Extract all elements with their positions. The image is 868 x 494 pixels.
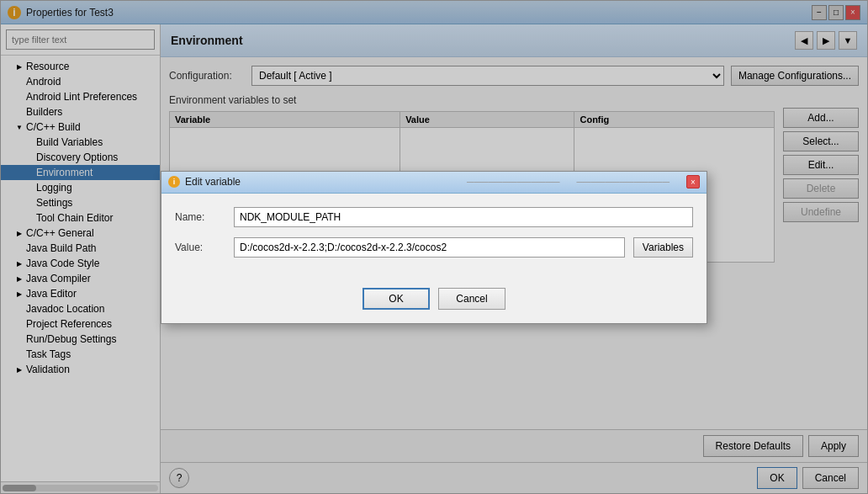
modal-overlay: i Edit variable ───────────── ──────────… (1, 1, 867, 493)
modal-subtitle-right: ───────────── (576, 176, 670, 188)
modal-close-button[interactable]: × (686, 175, 700, 189)
variables-button[interactable]: Variables (633, 237, 693, 258)
modal-footer: OK Cancel (161, 281, 707, 323)
modal-subtitle-left: ───────────── (467, 176, 560, 188)
modal-ok-button[interactable]: OK (363, 288, 430, 310)
modal-icon: i (168, 176, 180, 188)
modal-name-label: Name: (175, 211, 225, 223)
edit-variable-dialog: i Edit variable ───────────── ──────────… (161, 171, 707, 324)
modal-cancel-button[interactable]: Cancel (438, 288, 505, 310)
modal-value-row: Value: Variables (175, 237, 693, 258)
modal-body: Name: Value: Variables (161, 194, 707, 281)
main-window: i Properties for Test3 − □ × ▶ Resource (0, 0, 868, 494)
modal-name-row: Name: (175, 207, 693, 227)
modal-value-label: Value: (175, 242, 225, 253)
modal-title-bar: i Edit variable ───────────── ──────────… (161, 172, 707, 194)
modal-value-input[interactable] (234, 237, 625, 258)
modal-title: Edit variable (185, 176, 467, 188)
modal-name-input[interactable] (234, 207, 693, 227)
modal-subtitle: ───────────── ───────────── (467, 176, 670, 188)
